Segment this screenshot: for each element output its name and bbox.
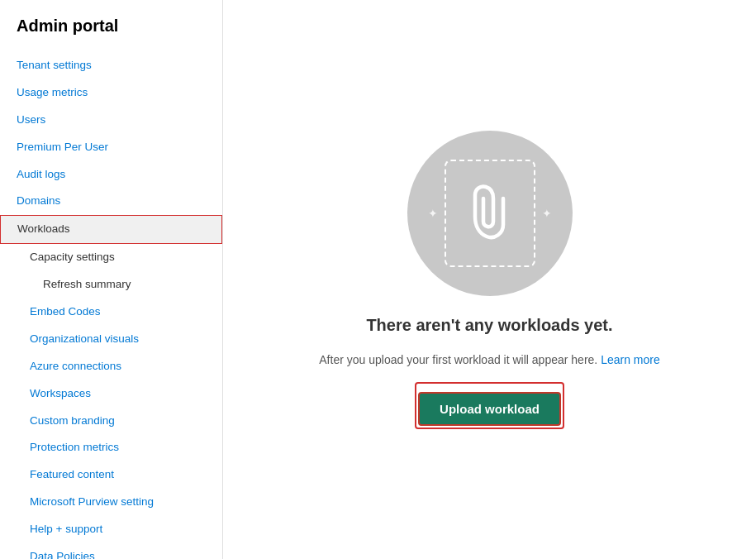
- sidebar-item-help-support[interactable]: Help + support: [0, 516, 222, 543]
- sidebar-item-domains[interactable]: Domains: [0, 188, 222, 215]
- sidebar-item-organizational-visuals[interactable]: Organizational visuals: [0, 326, 222, 353]
- sidebar-item-capacity-settings[interactable]: Capacity settings: [0, 244, 222, 271]
- dashed-box: [445, 160, 535, 267]
- sidebar-item-embed-codes[interactable]: Embed Codes: [0, 299, 222, 326]
- app-title: Admin portal: [0, 17, 222, 52]
- sidebar-item-protection-metrics[interactable]: Protection metrics: [0, 434, 222, 461]
- sidebar-item-workloads[interactable]: Workloads: [0, 215, 222, 244]
- sidebar-item-tenant-settings[interactable]: Tenant settings: [0, 52, 222, 79]
- sidebar-item-microsoft-purview[interactable]: Microsoft Purview setting: [0, 489, 222, 516]
- sidebar-item-data-policies[interactable]: Data Policies: [0, 543, 222, 559]
- main-content: There aren't any workloads yet. After yo…: [223, 0, 756, 559]
- empty-desc: After you upload your first workload it …: [319, 351, 659, 369]
- empty-title: There aren't any workloads yet.: [366, 316, 612, 335]
- sidebar-item-premium-per-user[interactable]: Premium Per User: [0, 134, 222, 161]
- paperclip-icon: [464, 180, 516, 246]
- sidebar-item-audit-logs[interactable]: Audit logs: [0, 161, 222, 189]
- illustration-circle: [407, 131, 573, 296]
- sidebar-item-usage-metrics[interactable]: Usage metrics: [0, 79, 222, 107]
- upload-workload-button[interactable]: Upload workload: [418, 392, 561, 426]
- empty-state: There aren't any workloads yet. After yo…: [319, 131, 659, 429]
- sidebar: Admin portal Tenant settingsUsage metric…: [0, 0, 223, 559]
- sidebar-item-users[interactable]: Users: [0, 107, 222, 134]
- sidebar-item-featured-content[interactable]: Featured content: [0, 461, 222, 489]
- learn-more-link[interactable]: Learn more: [601, 353, 660, 366]
- sidebar-item-custom-branding[interactable]: Custom branding: [0, 408, 222, 435]
- sidebar-item-workspaces[interactable]: Workspaces: [0, 380, 222, 408]
- sidebar-item-refresh-summary[interactable]: Refresh summary: [0, 271, 222, 299]
- upload-button-wrapper: Upload workload: [415, 382, 564, 429]
- navigation-menu: Tenant settingsUsage metricsUsersPremium…: [0, 52, 222, 559]
- sidebar-item-azure-connections[interactable]: Azure connections: [0, 353, 222, 380]
